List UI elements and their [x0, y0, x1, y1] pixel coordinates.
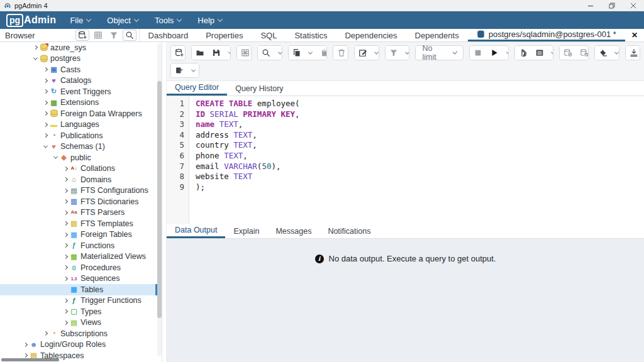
tab-query-history[interactable]: Query History [227, 81, 291, 96]
explain-dropdown-button[interactable] [548, 46, 553, 60]
macros-dropdown-button[interactable] [187, 63, 199, 77]
filter-button[interactable] [386, 46, 402, 60]
tab-notifications[interactable]: Notifications [319, 224, 379, 238]
add-server-icon[interactable] [75, 30, 89, 41]
copy-dropdown-button[interactable] [305, 46, 316, 60]
edit-dropdown-button[interactable] [371, 46, 379, 60]
close-panel-button[interactable]: ✕ [625, 29, 644, 41]
tab-explain[interactable]: Explain [225, 224, 267, 238]
tree-item-fts-dictionaries[interactable]: ▥FTS Dictionaries [0, 196, 157, 207]
tree-item-collations[interactable]: A↓Collations [0, 163, 157, 175]
chevron-right-icon[interactable] [21, 343, 29, 346]
tree-item-types[interactable]: ▢Types [0, 306, 157, 317]
restore-button[interactable] [601, 0, 623, 11]
chevron-right-icon[interactable] [62, 222, 69, 225]
tree-item-postgres[interactable]: postgres [0, 53, 157, 65]
chevron-down-icon[interactable] [52, 156, 59, 159]
sql-editor[interactable]: 123456789 CREATE TABLE employee(ID SERIA… [167, 96, 644, 224]
chevron-right-icon[interactable] [42, 101, 49, 104]
chevron-right-icon[interactable] [31, 46, 39, 49]
execute-dropdown-button[interactable] [502, 46, 508, 60]
tab-query-editor[interactable]: Query Editor [167, 81, 227, 96]
chevron-right-icon[interactable] [62, 266, 69, 269]
commit-button[interactable] [560, 46, 576, 60]
find-button[interactable] [258, 46, 274, 60]
tree-item-fts-configurations[interactable]: ▤FTS Configurations [0, 185, 157, 197]
tree-item-azure-sys[interactable]: azure_sys [0, 42, 157, 53]
sql-code[interactable]: CREATE TABLE employee(ID SERIAL PRIMARY … [189, 96, 644, 224]
chevron-right-icon[interactable] [62, 200, 69, 203]
tree-item-schemas-1[interactable]: ♥Schemas (1) [0, 141, 157, 153]
tree-item-public[interactable]: ◈public [0, 152, 157, 163]
chevron-right-icon[interactable] [62, 178, 69, 181]
tree-horizontal-scrollbar[interactable] [0, 358, 157, 361]
chevron-right-icon[interactable] [62, 321, 69, 324]
filter-dropdown-button[interactable] [402, 46, 410, 60]
delete-button[interactable] [333, 46, 348, 60]
tree-item-languages[interactable]: ▬Languages [0, 119, 157, 131]
tree-item-event-triggers[interactable]: ↻Event Triggers [0, 86, 157, 97]
chevron-right-icon[interactable] [62, 189, 69, 192]
chevron-down-icon[interactable] [42, 145, 49, 148]
chevron-right-icon[interactable] [21, 354, 29, 357]
clear-button[interactable] [595, 46, 611, 60]
save-file-button[interactable] [208, 46, 225, 60]
execute-query-button[interactable] [486, 46, 502, 60]
chevron-right-icon[interactable] [42, 134, 49, 137]
chevron-right-icon[interactable] [62, 255, 69, 258]
chevron-right-icon[interactable] [42, 90, 49, 93]
paste-button[interactable] [316, 46, 327, 60]
filter-icon[interactable] [107, 30, 121, 41]
explain-analyze-button[interactable] [531, 46, 548, 60]
tab-dependents[interactable]: Dependents [406, 29, 468, 41]
download-csv-button[interactable] [626, 46, 640, 60]
tree-item-tables[interactable]: ▦Tables [0, 284, 157, 295]
save-data-changes-button[interactable] [237, 46, 252, 60]
macros-button[interactable] [171, 63, 187, 77]
new-query-tool-button[interactable] [171, 46, 186, 60]
minimize-button[interactable] [580, 0, 601, 11]
explain-button[interactable] [515, 46, 531, 60]
tree-item-login-group-roles[interactable]: ☻Login/Group Roles [0, 339, 157, 351]
find-dropdown-button[interactable] [274, 46, 282, 60]
search-objects-icon[interactable] [123, 30, 136, 41]
tree-item-subscriptions[interactable]: ◔Subscriptions [0, 328, 157, 339]
tree-item-fts-parsers[interactable]: AaFTS Parsers [0, 207, 157, 219]
tree-item-trigger-functions[interactable]: ƒTrigger Functions [0, 295, 157, 307]
clear-dropdown-button[interactable] [611, 46, 619, 60]
row-limit-select[interactable]: No limit [415, 45, 464, 60]
chevron-right-icon[interactable] [42, 123, 49, 126]
chevron-right-icon[interactable] [42, 112, 49, 115]
dependencies-grid-icon[interactable] [91, 30, 105, 41]
close-window-button[interactable] [623, 0, 644, 11]
chevron-right-icon[interactable] [62, 310, 69, 313]
chevron-right-icon[interactable] [42, 68, 49, 71]
tree-item-materialized-views[interactable]: ▦Materialized Views [0, 251, 157, 263]
chevron-right-icon[interactable] [42, 332, 49, 335]
rollback-button[interactable] [576, 46, 589, 60]
menu-tools[interactable]: Tools [155, 16, 181, 25]
chevron-right-icon[interactable] [42, 79, 49, 82]
tree-item-sequences[interactable]: 1.3Sequences [0, 273, 157, 285]
chevron-down-icon[interactable] [31, 57, 39, 60]
panel-splitter[interactable] [162, 42, 167, 362]
menu-help[interactable]: Help [197, 16, 222, 25]
tab-query-tool[interactable]: postgres/sqladmin@postgres-001 * [468, 29, 625, 41]
tree-item-domains[interactable]: ⌂Domains [0, 174, 157, 185]
tab-dashboard[interactable]: Dashboard [140, 29, 197, 41]
save-dropdown-button[interactable] [225, 46, 230, 60]
chevron-right-icon[interactable] [62, 211, 69, 214]
tree-item-views[interactable]: ▤Views [0, 317, 157, 329]
tree-vertical-scrollbar[interactable] [157, 43, 162, 356]
tab-sql[interactable]: SQL [252, 29, 286, 41]
tree-item-catalogs[interactable]: ♥Catalogs [0, 75, 157, 87]
cancel-query-button[interactable] [470, 46, 486, 60]
tab-messages[interactable]: Messages [267, 224, 319, 238]
tree-item-fts-templates[interactable]: ▨FTS Templates [0, 218, 157, 229]
tree-item-extensions[interactable]: ▩Extensions [0, 97, 157, 109]
tree-item-procedures[interactable]: {}Procedures [0, 262, 157, 273]
menu-object[interactable]: Object [107, 16, 138, 25]
menu-file[interactable]: File [70, 16, 91, 25]
tree-item-foreign-tables[interactable]: ▦Foreign Tables [0, 229, 157, 241]
chevron-right-icon[interactable] [62, 167, 69, 170]
